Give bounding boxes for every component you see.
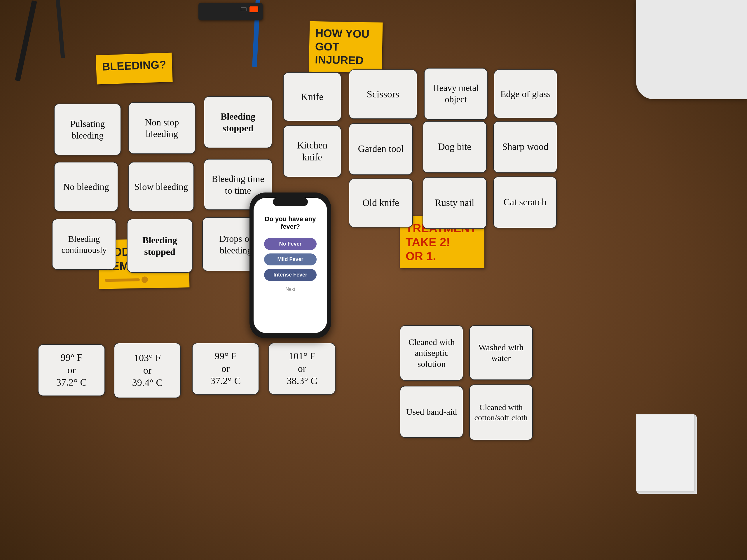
phone-btn-intense-fever[interactable]: Intense Fever	[264, 269, 317, 281]
card-pulsating-bleeding: Pulsating bleeding	[54, 104, 121, 156]
card-temp-103: 103° F or 39.4° C	[114, 343, 181, 398]
card-scissors: Scissors	[349, 70, 417, 119]
card-edge-of-glass: Edge of glass	[494, 70, 557, 118]
card-garden-tool: Garden tool	[349, 123, 413, 175]
card-heavy-metal-object: Heavy metal object	[424, 68, 488, 120]
card-kitchen-knife: Kitchen knife	[283, 126, 341, 177]
phone-screen: Do you have any fever? No Fever Mild Fev…	[254, 198, 327, 333]
card-washed-water: Washed with water	[469, 325, 533, 380]
card-bleeding-stopped-1: Bleeding stopped	[204, 96, 272, 148]
card-cat-scratch: Cat scratch	[493, 177, 557, 229]
card-cleaned-antiseptic: Cleaned with antiseptic solution	[400, 325, 463, 381]
card-temp-99-1: 99° F or 37.2° C	[38, 344, 105, 396]
card-non-stop-bleeding: Non stop bleeding	[128, 102, 196, 154]
card-sharp-wood: Sharp wood	[493, 121, 557, 173]
card-rusty-nail: Rusty nail	[422, 177, 487, 229]
phone-btn-no-fever[interactable]: No Fever	[264, 238, 317, 250]
phone[interactable]: Do you have any fever? No Fever Mild Fev…	[250, 192, 331, 338]
phone-notch	[273, 198, 308, 206]
card-cleaned-cotton: Cleaned with cotton/soft cloth	[469, 384, 533, 441]
card-temp-99-2: 99° F or 37.2° C	[192, 343, 259, 395]
card-bleeding-continuously: Bleeding continuously	[52, 219, 116, 270]
card-no-bleeding: No bleeding	[54, 162, 118, 211]
phone-question: Do you have any fever?	[259, 215, 321, 231]
phone-btn-mild-fever[interactable]: Mild Fever	[264, 254, 317, 265]
card-knife: Knife	[283, 72, 341, 121]
card-dog-bite: Dog bite	[422, 121, 487, 173]
card-slow-bleeding: Slow bleeding	[128, 162, 194, 211]
card-temp-101: 101° F or 38.3° C	[268, 343, 336, 395]
card-bleeding-stopped-2: Bleeding stopped	[127, 219, 192, 273]
paper-stack	[636, 414, 697, 496]
card-old-knife: Old knife	[349, 179, 413, 228]
phone-next-label[interactable]: Next	[286, 287, 295, 292]
hdmi-hub	[199, 3, 263, 20]
white-object-top-right	[636, 0, 747, 99]
card-used-band-aid: Used band-aid	[400, 386, 463, 438]
sticky-how-you-got-injured: HOW YOU GOT INJURED	[309, 21, 383, 73]
sticky-bleeding: BLEEDING?	[96, 53, 173, 84]
